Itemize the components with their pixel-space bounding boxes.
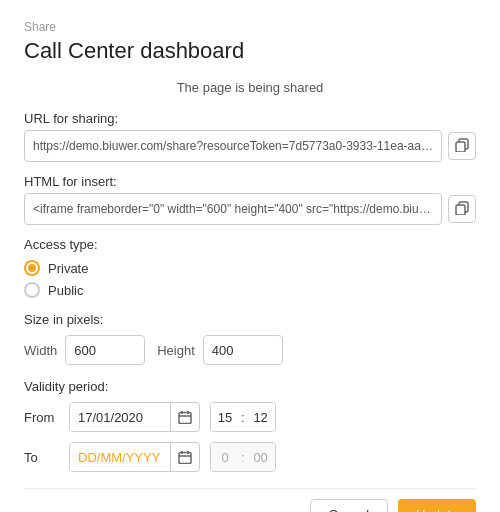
height-input[interactable] [203, 335, 283, 365]
to-label: To [24, 450, 59, 465]
url-input-row [24, 130, 476, 162]
size-row: Width Height [24, 335, 476, 365]
from-date-input-wrap [69, 402, 200, 432]
radio-private-circle [24, 260, 40, 276]
radio-private[interactable]: Private [24, 260, 476, 276]
to-minute-input[interactable] [247, 443, 275, 471]
copy-icon-2 [455, 201, 469, 218]
footer-buttons: Cancel Update [24, 488, 476, 512]
validity-section: Validity period: From : To [24, 379, 476, 472]
html-input[interactable] [24, 193, 442, 225]
from-minute-input[interactable] [247, 403, 275, 431]
width-field: Width [24, 335, 145, 365]
svg-rect-4 [179, 413, 191, 424]
to-row: To : [24, 442, 476, 472]
page-title: Call Center dashboard [24, 38, 476, 64]
time-sep-from: : [239, 410, 247, 425]
width-label: Width [24, 343, 57, 358]
height-label: Height [157, 343, 195, 358]
svg-rect-1 [456, 142, 465, 152]
from-calendar-button[interactable] [170, 403, 199, 431]
access-type-section: Access type: Private Public [24, 237, 476, 298]
cancel-button[interactable]: Cancel [310, 499, 388, 512]
height-field: Height [157, 335, 283, 365]
access-type-label: Access type: [24, 237, 476, 252]
from-label: From [24, 410, 59, 425]
url-section: URL for sharing: [24, 111, 476, 162]
to-hour-input[interactable] [211, 443, 239, 471]
copy-icon [455, 138, 469, 155]
html-section: HTML for insert: [24, 174, 476, 225]
access-type-options: Private Public [24, 260, 476, 298]
status-text: The page is being shared [24, 80, 476, 95]
to-time-wrap: : [210, 442, 276, 472]
url-label: URL for sharing: [24, 111, 476, 126]
radio-public[interactable]: Public [24, 282, 476, 298]
size-label: Size in pixels: [24, 312, 476, 327]
svg-rect-3 [456, 205, 465, 215]
html-label: HTML for insert: [24, 174, 476, 189]
radio-public-circle [24, 282, 40, 298]
calendar-icon-2 [178, 450, 192, 464]
to-date-input-wrap [69, 442, 200, 472]
from-row: From : [24, 402, 476, 432]
html-input-row [24, 193, 476, 225]
update-button[interactable]: Update [398, 499, 476, 512]
radio-public-label: Public [48, 283, 83, 298]
from-hour-input[interactable] [211, 403, 239, 431]
html-copy-button[interactable] [448, 195, 476, 223]
radio-private-label: Private [48, 261, 88, 276]
size-section: Size in pixels: Width Height [24, 312, 476, 365]
url-input[interactable] [24, 130, 442, 162]
validity-label: Validity period: [24, 379, 476, 394]
to-calendar-button[interactable] [170, 443, 199, 471]
to-date-input[interactable] [70, 443, 170, 471]
time-sep-to: : [239, 450, 247, 465]
calendar-icon [178, 410, 192, 424]
width-input[interactable] [65, 335, 145, 365]
url-copy-button[interactable] [448, 132, 476, 160]
from-time-wrap: : [210, 402, 276, 432]
breadcrumb: Share [24, 20, 476, 34]
svg-rect-8 [179, 453, 191, 464]
from-date-input[interactable] [70, 403, 170, 431]
